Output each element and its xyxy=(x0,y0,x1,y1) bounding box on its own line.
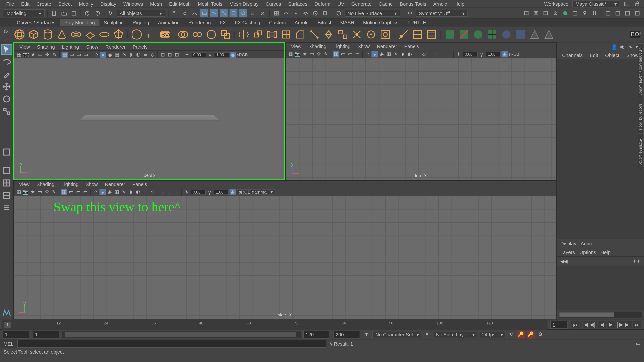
channel-icon3[interactable]: ✎ xyxy=(627,44,633,50)
snap-point-icon[interactable] xyxy=(292,9,300,17)
layout-four-icon[interactable] xyxy=(1,178,12,188)
combine-icon[interactable] xyxy=(177,28,189,40)
menu-deform[interactable]: Deform xyxy=(311,0,334,7)
step-fwd-icon[interactable]: │▶ xyxy=(616,321,624,328)
insert-loop-icon[interactable] xyxy=(411,28,424,40)
menu-mesh-display[interactable]: Mesh Display xyxy=(226,0,262,7)
symmetry-icon[interactable] xyxy=(406,9,414,17)
poly-torus-icon[interactable] xyxy=(70,28,82,40)
layer-up-icon[interactable]: ◀ xyxy=(560,259,564,264)
vp-shaded-icon[interactable]: ● xyxy=(372,51,378,57)
fps-selector[interactable]: 24 fps xyxy=(479,331,506,338)
vp-lights-icon[interactable]: ☀ xyxy=(121,51,128,58)
collapse-icon[interactable] xyxy=(322,28,335,40)
channel-icon2[interactable]: ◉ xyxy=(619,44,626,50)
vp-wire-shaded-icon[interactable]: ◉ xyxy=(378,51,385,57)
snap-plane-icon[interactable] xyxy=(301,9,309,17)
menu-layers[interactable]: Layers xyxy=(560,250,575,255)
smooth-icon[interactable] xyxy=(205,28,218,40)
vp-menu-lighting[interactable]: Lighting xyxy=(59,181,81,187)
vp-menu-lighting[interactable]: Lighting xyxy=(331,43,353,49)
menu-surfaces[interactable]: Surfaces xyxy=(284,0,311,7)
vp-menu-panels[interactable]: Panels xyxy=(402,43,422,49)
vp-res-gate-icon[interactable]: ▭ xyxy=(347,51,353,57)
auto-key-icon[interactable]: 🔑 xyxy=(517,330,525,338)
save-scene-icon[interactable] xyxy=(70,9,78,17)
extrude-icon[interactable] xyxy=(252,28,264,40)
render-view-icon[interactable] xyxy=(522,9,530,17)
vp-xray-joint-icon[interactable]: ◻ xyxy=(174,189,180,195)
vp-cam-icon[interactable]: 📷 xyxy=(23,51,29,58)
poly-platonic-icon[interactable] xyxy=(112,28,125,40)
vp-color-mgmt-icon[interactable]: ◉ xyxy=(230,189,236,195)
go-start-icon[interactable]: ⏮ xyxy=(572,321,579,328)
vp-2d-pan-icon[interactable]: ✥ xyxy=(316,51,322,57)
last-tool[interactable] xyxy=(1,147,12,157)
vp-2d-pan-icon[interactable]: ✥ xyxy=(44,51,50,58)
vp-xray-icon[interactable]: ◻ xyxy=(166,189,172,195)
bonus-tool-icon[interactable]: BONUS xyxy=(629,28,641,40)
prefs-icon[interactable]: ⚙ xyxy=(536,330,544,338)
vp-aa-icon[interactable]: ◇ xyxy=(421,51,427,57)
vp-film-gate-icon[interactable]: ▭ xyxy=(68,189,74,195)
shelf-tab-curves[interactable]: Curves / Surfaces xyxy=(12,19,60,26)
shelf-tab-sculpt[interactable]: Sculpting xyxy=(99,19,128,26)
layout-two-icon[interactable] xyxy=(1,190,12,201)
vp-viewtransform-selector[interactable]: sRGB gamma xyxy=(237,189,275,195)
vp-menu-shading[interactable]: Shading xyxy=(34,181,57,187)
vp-select-cam-icon[interactable]: ▦ xyxy=(16,51,22,58)
vp-film-gate-icon[interactable]: ▭ xyxy=(68,51,75,58)
toggle-attr-icon[interactable] xyxy=(624,9,632,17)
vp-lights-icon[interactable]: ☀ xyxy=(121,189,127,195)
layout-single-icon[interactable] xyxy=(1,165,12,176)
light-editor-icon[interactable] xyxy=(580,9,588,17)
vp-select-cam-icon[interactable]: ▦ xyxy=(288,51,294,57)
vp-exposure-field[interactable]: 0.00 xyxy=(462,51,478,57)
poly-cylinder-icon[interactable] xyxy=(42,28,54,40)
menu-create[interactable]: Create xyxy=(33,0,55,7)
vp-gamma-field[interactable]: 1.00 xyxy=(214,52,229,57)
menu-options[interactable]: Options xyxy=(580,250,596,255)
menu-select[interactable]: Select xyxy=(55,0,75,7)
shelf-tab-rigging[interactable]: Rigging xyxy=(128,19,154,26)
snap-grid-icon[interactable] xyxy=(272,9,280,17)
vp-shadows-icon[interactable]: ◗ xyxy=(128,189,134,195)
tab-edit[interactable]: Edit xyxy=(587,52,601,58)
offset-loop-icon[interactable] xyxy=(426,28,438,40)
vp-image-plane-icon[interactable]: ▭ xyxy=(309,51,315,57)
viewport-top[interactable]: View Shading Lighting Show Renderer Pane… xyxy=(285,42,556,180)
vp-menu-view[interactable]: View xyxy=(17,44,32,50)
rotate-tool[interactable] xyxy=(1,94,12,104)
highlight-icon[interactable] xyxy=(258,9,266,17)
mask-handle-icon[interactable] xyxy=(171,9,179,17)
remove-crease-icon[interactable] xyxy=(458,28,470,40)
menu-curves[interactable]: Curves xyxy=(262,0,284,7)
menu-bonus-tools[interactable]: Bonus Tools xyxy=(396,0,430,7)
vp-gate-mask-icon[interactable]: ▭ xyxy=(82,189,88,195)
vp-color-mgmt-icon[interactable]: ◉ xyxy=(230,51,236,58)
viewport-persp[interactable]: View Shading Lighting Show Renderer Pane… xyxy=(13,42,285,180)
viewport-top-canvas[interactable]: y top -Y xyxy=(286,58,556,180)
poly-cone-icon[interactable] xyxy=(56,28,68,40)
viewport-side[interactable]: View Shading Lighting Show Renderer Pane… xyxy=(13,180,556,320)
vp-wire-shaded-icon[interactable]: ◉ xyxy=(107,51,113,58)
script-editor-icon[interactable]: ▭ xyxy=(634,340,642,348)
playback-end-field[interactable]: 120 xyxy=(304,330,330,338)
vp-menu-show[interactable]: Show xyxy=(83,44,101,50)
time-slider-track[interactable]: 1 12 24 36 48 60 72 84 96 108 120 xyxy=(2,320,548,330)
shelf-tab-mograph[interactable]: Motion Graphics xyxy=(359,19,403,26)
append-icon[interactable] xyxy=(280,28,292,40)
poly-cube-icon[interactable] xyxy=(27,28,40,40)
vp-shaded-icon[interactable]: ● xyxy=(100,189,106,195)
separate-icon[interactable] xyxy=(191,28,204,40)
vp-gate-mask-icon[interactable]: ▭ xyxy=(354,51,360,57)
layer-scrollbar[interactable] xyxy=(559,312,642,318)
merge-icon[interactable] xyxy=(351,28,363,40)
vp-exposure-icon[interactable]: ☀ xyxy=(456,51,462,57)
vp-menu-renderer[interactable]: Renderer xyxy=(102,181,128,187)
vp-aa-icon[interactable]: ◇ xyxy=(149,189,155,195)
vp-menu-show[interactable]: Show xyxy=(355,43,372,49)
lock-icon[interactable] xyxy=(633,0,641,8)
shelf-tab-turtle[interactable]: TURTLE xyxy=(403,19,431,26)
vp-grease-icon[interactable]: ✎ xyxy=(51,51,58,58)
